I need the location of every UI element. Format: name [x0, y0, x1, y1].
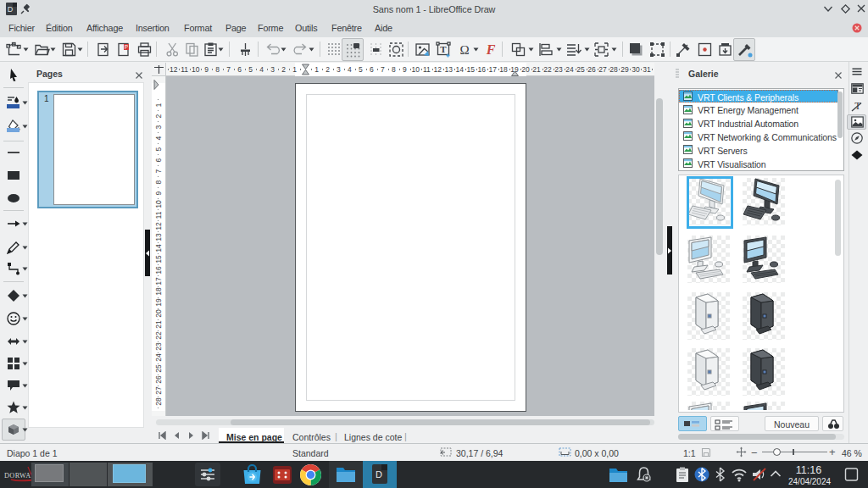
svg-text:T: T	[440, 44, 447, 54]
svg-text:P: P	[125, 44, 128, 50]
svg-text:D: D	[376, 469, 382, 480]
svg-text:Ω: Ω	[459, 43, 469, 57]
svg-text:F: F	[486, 42, 496, 57]
